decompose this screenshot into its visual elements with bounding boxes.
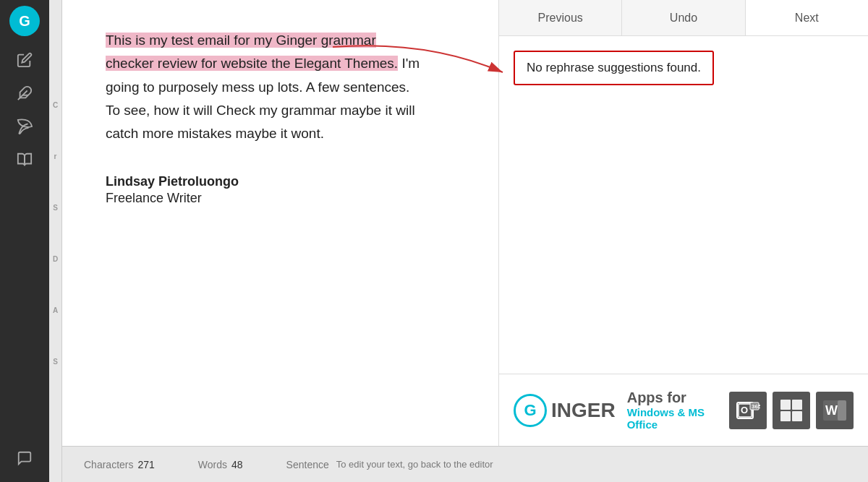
svg-rect-9 xyxy=(792,400,802,410)
ginger-apps-line2: Windows & MS Office xyxy=(627,406,718,431)
left-letters-panel: C r S D A S xyxy=(49,0,62,482)
word-icon: W xyxy=(816,392,854,429)
svg-rect-8 xyxy=(780,400,791,410)
author-name: Lindsay Pietroluongo xyxy=(106,174,455,189)
content-area: This is my test email for my Ginger gram… xyxy=(62,0,868,446)
document-text: This is my test email for my Ginger gram… xyxy=(106,29,424,145)
svg-rect-11 xyxy=(792,411,802,421)
sentence-text: To edit your text, go back to the editor xyxy=(336,459,493,470)
left-letter-r: r xyxy=(54,152,57,160)
ginger-ad-circle: G xyxy=(514,394,547,427)
svg-text:W: W xyxy=(825,403,838,418)
svg-rect-14 xyxy=(838,400,846,421)
sidebar-item-leaf[interactable] xyxy=(9,111,40,142)
svg-rect-10 xyxy=(780,411,791,421)
left-letter-d: D xyxy=(53,255,58,263)
sentence-label: Sentence xyxy=(286,459,329,470)
ginger-brand-text: INGER xyxy=(551,399,616,422)
next-button[interactable]: Next xyxy=(746,0,868,35)
no-suggestion-box: No rephrase suggestions found. xyxy=(514,51,714,85)
words-label: Words xyxy=(198,459,227,470)
sidebar-item-edit[interactable] xyxy=(9,45,40,75)
sharepoint-icon xyxy=(773,392,810,429)
previous-button[interactable]: Previous xyxy=(499,0,622,35)
words-value: 48 xyxy=(231,459,243,470)
right-panel: Previous Undo Next No rephrase suggestio… xyxy=(499,0,868,446)
office-icons-group: O 365 xyxy=(729,392,854,429)
toolbar: Previous Undo Next xyxy=(499,0,868,36)
sidebar: G xyxy=(0,0,49,482)
highlighted-text: This is my test email for my Ginger gram… xyxy=(106,33,398,71)
sidebar-item-chat[interactable] xyxy=(9,443,40,473)
ginger-logo[interactable]: G xyxy=(9,6,40,36)
undo-button[interactable]: Undo xyxy=(622,0,745,35)
left-letter-a: A xyxy=(53,306,58,314)
main-container: This is my test email for my Ginger gram… xyxy=(62,0,868,482)
ginger-ad-logo: G INGER xyxy=(514,394,616,427)
left-letter-s: S xyxy=(53,204,58,212)
sentence-status: Sentence To edit your text, go back to t… xyxy=(286,459,493,470)
status-bar: Characters 271 Words 48 Sentence To edit… xyxy=(62,446,868,482)
characters-label: Characters xyxy=(84,459,133,470)
ads-banner: G INGER Apps for Windows & MS Office xyxy=(499,374,868,446)
outlook-icon: O 365 xyxy=(729,392,767,429)
svg-text:O: O xyxy=(741,405,748,416)
ginger-apps-line1: Apps for xyxy=(627,390,718,406)
document-pane: This is my test email for my Ginger gram… xyxy=(62,0,499,446)
characters-value: 271 xyxy=(137,459,154,470)
suggestion-message: No rephrase suggestions found. xyxy=(527,61,701,74)
logo-letter: G xyxy=(19,13,30,30)
words-status: Words 48 xyxy=(198,459,243,470)
left-letter-s2: S xyxy=(53,358,58,366)
author-title: Freelance Writer xyxy=(106,191,455,206)
suggestion-area: No rephrase suggestions found. xyxy=(499,36,868,374)
svg-text:365: 365 xyxy=(752,403,760,410)
sidebar-item-book[interactable] xyxy=(9,145,40,175)
left-letter-c: C xyxy=(53,101,58,109)
sidebar-item-feather[interactable] xyxy=(9,78,40,108)
ginger-ad-text: Apps for Windows & MS Office xyxy=(627,390,718,431)
author-section: Lindsay Pietroluongo Freelance Writer xyxy=(106,174,455,206)
characters-status: Characters 271 xyxy=(84,459,155,470)
